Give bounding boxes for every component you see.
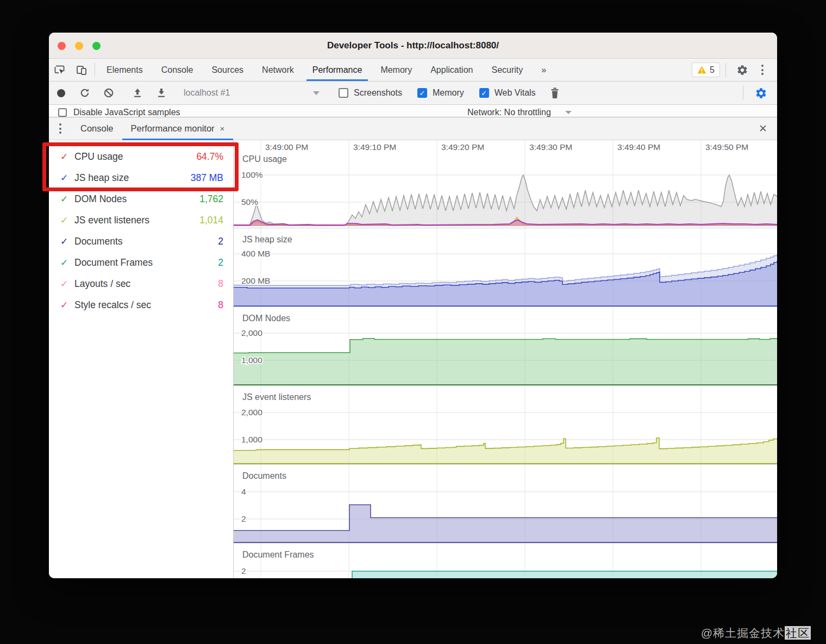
svg-text:3:49:10 PM: 3:49:10 PM <box>353 142 396 152</box>
chart-js-listeners: JS event listeners2,0001,000 <box>234 386 777 465</box>
svg-text:JS event listeners: JS event listeners <box>242 392 311 402</box>
close-tab-icon[interactable]: × <box>220 124 225 133</box>
download-profile-icon[interactable] <box>149 87 173 98</box>
svg-text:2,000: 2,000 <box>241 408 262 417</box>
drawer-menu-kebab-icon[interactable] <box>49 117 72 140</box>
tab-sources[interactable]: Sources <box>202 59 253 81</box>
upload-profile-icon[interactable] <box>126 87 149 98</box>
divider <box>95 63 95 77</box>
tab-application[interactable]: Application <box>421 59 482 81</box>
device-toolbar-icon[interactable] <box>71 59 92 81</box>
capture-options: Screenshots Memory Web Vitals <box>339 88 546 98</box>
profile-target-select[interactable]: localhost #1 <box>184 88 320 98</box>
tab-security[interactable]: Security <box>482 59 532 81</box>
check-icon: ✓ <box>60 151 74 162</box>
devtools-window: Developer Tools - http://localhost:8080/… <box>49 33 777 578</box>
svg-text:3:49:40 PM: 3:49:40 PM <box>617 142 660 152</box>
record-button[interactable] <box>49 89 73 97</box>
svg-text:3:49:50 PM: 3:49:50 PM <box>705 142 748 152</box>
more-options-kebab-icon[interactable] <box>753 65 772 75</box>
check-icon: ✓ <box>60 278 74 290</box>
metric-style-recalcs-per-sec[interactable]: ✓ Style recalcs / sec 8 <box>49 295 233 316</box>
svg-text:CPU usage: CPU usage <box>242 154 287 164</box>
svg-text:1,000: 1,000 <box>241 355 262 365</box>
inspect-element-icon[interactable] <box>49 59 71 81</box>
svg-text:2,000: 2,000 <box>241 328 262 337</box>
memory-checkbox[interactable]: Memory <box>417 88 464 98</box>
perf-monitor-content: ✓ CPU usage 64.7% ✓ JS heap size 387 MB … <box>49 140 777 578</box>
issues-badge[interactable]: 5 <box>692 62 720 77</box>
drawer-tab-performance-monitor[interactable]: Performance monitor × <box>122 117 234 140</box>
charts-pane: 3:49:00 PM3:49:10 PM3:49:20 PM3:49:30 PM… <box>234 140 777 578</box>
traffic-lights <box>58 33 101 59</box>
svg-text:400 MB: 400 MB <box>241 249 270 258</box>
check-icon: ✓ <box>60 299 74 311</box>
watermark: @稀土掘金技术社区 <box>701 626 811 641</box>
chart-cpu: 3:49:00 PM3:49:10 PM3:49:20 PM3:49:30 PM… <box>234 140 777 228</box>
svg-text:2: 2 <box>241 514 246 523</box>
tabbar-right-cluster: 5 <box>692 59 777 81</box>
screenshot-stage: Developer Tools - http://localhost:8080/… <box>0 0 826 644</box>
clear-icon[interactable] <box>97 87 121 98</box>
svg-text:JS heap size: JS heap size <box>242 235 292 244</box>
svg-text:3:49:30 PM: 3:49:30 PM <box>529 142 572 152</box>
svg-text:1,000: 1,000 <box>241 435 262 444</box>
screenshots-checkbox[interactable]: Screenshots <box>339 88 402 98</box>
svg-text:3:49:20 PM: 3:49:20 PM <box>441 142 484 152</box>
maximize-window-button[interactable] <box>92 42 101 50</box>
chart-js-heap: JS heap size400 MB200 MB <box>234 228 777 307</box>
check-icon: ✓ <box>60 215 74 226</box>
title-bar: Developer Tools - http://localhost:8080/ <box>49 33 777 59</box>
chevron-down-icon <box>313 91 320 95</box>
clipped-settings-row: Disable JavaScript samples Network: No t… <box>49 105 777 117</box>
svg-text:DOM Nodes: DOM Nodes <box>242 314 290 323</box>
tab-console[interactable]: Console <box>152 59 203 81</box>
svg-text:200 MB: 200 MB <box>241 276 270 285</box>
capture-settings-gear-icon[interactable] <box>751 87 771 99</box>
minimize-window-button[interactable] <box>75 42 83 50</box>
svg-text:Documents: Documents <box>242 471 286 480</box>
disable-js-samples-label: Disable JavaScript samples <box>73 108 180 117</box>
chevron-down-icon <box>565 111 572 114</box>
svg-text:4: 4 <box>241 487 246 496</box>
settings-gear-icon[interactable] <box>731 64 753 76</box>
chart-doc-frames: Document Frames2 <box>234 543 777 578</box>
devtools-tab-bar: Elements Console Sources Network Perform… <box>49 59 777 82</box>
tab-network[interactable]: Network <box>253 59 303 81</box>
chart-documents: Documents42 <box>234 465 777 543</box>
drawer-tab-console[interactable]: Console <box>72 117 122 140</box>
disable-js-samples-checkbox[interactable] <box>58 108 67 117</box>
check-icon: ✓ <box>60 236 74 247</box>
svg-text:2: 2 <box>241 566 246 576</box>
metric-documents[interactable]: ✓ Documents 2 <box>49 231 233 252</box>
reload-and-record-icon[interactable] <box>73 87 97 98</box>
divider <box>743 86 743 100</box>
svg-text:Document Frames: Document Frames <box>242 550 314 559</box>
tab-elements[interactable]: Elements <box>97 59 152 81</box>
window-title: Developer Tools - http://localhost:8080/ <box>327 40 499 51</box>
svg-text:50%: 50% <box>241 197 258 207</box>
metric-js-event-listeners[interactable]: ✓ JS event listeners 1,014 <box>49 210 233 231</box>
more-tabs-chevron[interactable]: » <box>532 59 555 81</box>
check-icon: ✓ <box>60 257 74 268</box>
tab-performance[interactable]: Performance <box>303 59 372 81</box>
metric-document-frames[interactable]: ✓ Document Frames 2 <box>49 252 233 273</box>
metric-js-heap-size[interactable]: ✓ JS heap size 387 MB <box>49 167 233 189</box>
metrics-sidebar: ✓ CPU usage 64.7% ✓ JS heap size 387 MB … <box>49 140 234 578</box>
metric-layouts-per-sec[interactable]: ✓ Layouts / sec 8 <box>49 273 233 295</box>
close-window-button[interactable] <box>58 42 66 50</box>
svg-text:100%: 100% <box>241 170 263 179</box>
close-drawer-icon[interactable]: ✕ <box>749 117 777 140</box>
metric-dom-nodes[interactable]: ✓ DOM Nodes 1,762 <box>49 189 233 210</box>
network-throttling-select[interactable]: Network: No throttling <box>467 108 551 117</box>
trash-icon[interactable] <box>546 87 564 98</box>
chart-dom-nodes: DOM Nodes2,0001,000 <box>234 307 777 386</box>
performance-toolbar: localhost #1 Screenshots Memory Web Vita… <box>49 82 777 105</box>
web-vitals-checkbox[interactable]: Web Vitals <box>479 88 536 98</box>
check-icon: ✓ <box>60 193 74 205</box>
metric-cpu-usage[interactable]: ✓ CPU usage 64.7% <box>49 146 233 167</box>
divider <box>725 63 726 77</box>
drawer-tab-bar: Console Performance monitor × ✕ <box>49 117 777 140</box>
svg-text:3:49:00 PM: 3:49:00 PM <box>265 142 308 152</box>
tab-memory[interactable]: Memory <box>371 59 421 81</box>
